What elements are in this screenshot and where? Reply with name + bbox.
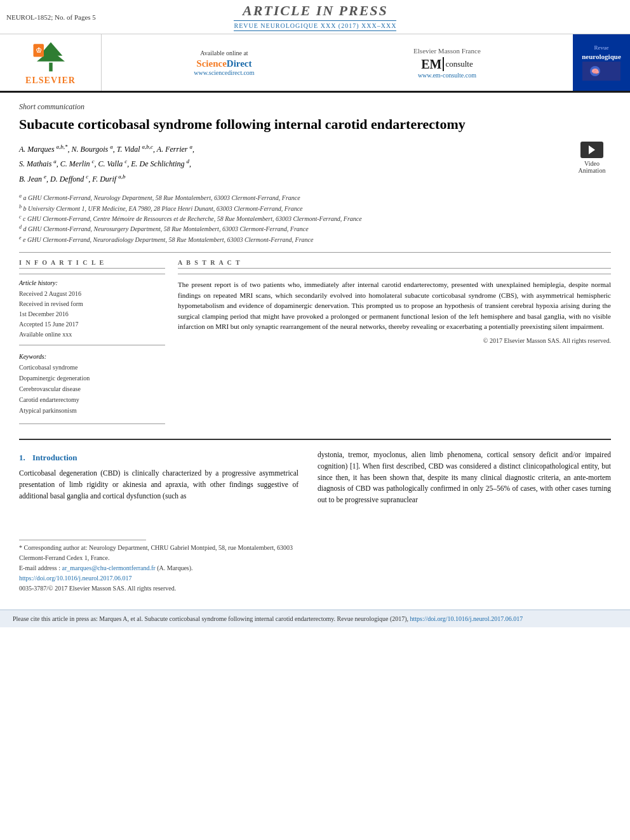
elsevier-tree-icon: ♔ xyxy=(25,39,76,74)
svg-rect-5 xyxy=(582,62,620,81)
svg-text:🧠: 🧠 xyxy=(591,67,600,76)
em-logo-text: EM xyxy=(421,57,441,72)
sciencedirect-logo: ScienceDirect xyxy=(194,58,254,69)
affiliation-c: c c GHU Clermont-Ferrand, Centre Mémoire… xyxy=(19,213,611,223)
email-line: E-mail address : ar_marques@chu-clermont… xyxy=(19,563,298,573)
affiliation-d: d d GHU Clermont-Ferrand, Neurosurgery D… xyxy=(19,223,611,234)
header-logos: ♔ ELSEVIER Available online at ScienceDi… xyxy=(0,34,630,93)
issn-line: 0035-3787/© 2017 Elsevier Masson SAS. Al… xyxy=(19,583,298,594)
history-item-5: Available online xxx xyxy=(19,330,165,340)
abstract-text: The present report is of two patients wh… xyxy=(178,279,611,332)
consulte-text: consulte xyxy=(445,59,473,69)
em-consulte-url: www.em-consulte.com xyxy=(413,72,481,79)
middle-logos: Available online at ScienceDirect www.sc… xyxy=(102,34,573,91)
email-label: E-mail address : xyxy=(19,564,60,571)
video-icon xyxy=(580,142,603,158)
email-name: (A. Marques). xyxy=(157,564,192,571)
elsevier-logo-block: ♔ ELSEVIER xyxy=(0,34,102,91)
body-right-col: dystonia, tremor, myoclonus, alien limb … xyxy=(318,450,611,594)
keyword-3: Cerebrovascular disease xyxy=(19,383,165,394)
copyright-line: © 2017 Elsevier Masson SAS. All rights r… xyxy=(178,337,611,344)
abstract-col: A B S T R A C T The present report is of… xyxy=(178,259,611,429)
elsevier-masson-label: Elsevier Masson France xyxy=(413,47,481,55)
affiliations: a a GHU Clermont-Ferrand, Neurology Depa… xyxy=(19,192,611,244)
body-two-col: 1. Introduction Corticobasal degeneratio… xyxy=(19,450,611,594)
em-logo-wrapper: EM consulte xyxy=(413,57,481,72)
available-text: Available online at xyxy=(194,50,254,57)
info-divider xyxy=(19,274,165,274)
affiliation-e: e e GHU Clermont-Ferrand, Neuroradiology… xyxy=(19,234,611,244)
citation-doi-link[interactable]: https://doi.org/10.1016/j.neurol.2017.06… xyxy=(410,615,523,622)
history-item-4: Accepted 15 June 2017 xyxy=(19,319,165,330)
affiliation-a: a a GHU Clermont-Ferrand, Neurology Depa… xyxy=(19,192,611,203)
article-content: Short communication Subacute corticobasa… xyxy=(0,93,630,436)
bottom-citation-bar: Please cite this article in press as: Ma… xyxy=(0,610,630,627)
history-item-1: Received 2 August 2016 xyxy=(19,289,165,299)
em-consulte-block: Elsevier Masson France EM consulte www.e… xyxy=(413,47,481,79)
top-bar: NEUROL-1852; No. of Pages 5 ARTICLE IN P… xyxy=(0,0,630,34)
svg-text:♔: ♔ xyxy=(35,46,41,54)
doi-line: https://doi.org/10.1016/j.neurol.2017.06… xyxy=(19,573,298,583)
corresponding-author: * Corresponding author at: Neurology Dep… xyxy=(19,543,298,563)
revue-logo-box: Revue neurologique 🧠 xyxy=(573,34,630,91)
revue-title: neurologique xyxy=(582,52,621,61)
sciencedirect-block: Available online at ScienceDirect www.sc… xyxy=(194,50,254,76)
sciencedirect-url: www.sciencedirect.com xyxy=(194,69,254,76)
footnote-divider xyxy=(19,540,146,540)
intro-heading: 1. Introduction xyxy=(19,453,298,463)
history-item-3: 1st December 2016 xyxy=(19,309,165,319)
info-article-col: I N F O A R T I C L E Article history: R… xyxy=(19,259,165,429)
history-item-2: Received in revised form xyxy=(19,299,165,309)
affiliation-b: b b University Clermont 1, UFR Medicine,… xyxy=(19,203,611,213)
keywords-label: Keywords: xyxy=(19,353,165,360)
elsevier-brand: ELSEVIER xyxy=(25,76,76,86)
video-label: Video Animation xyxy=(579,160,606,174)
revue-image-icon: 🧠 xyxy=(582,62,620,81)
abstract-heading: A B S T R A C T xyxy=(178,259,611,269)
keyword-5: Atypical parkinsonism xyxy=(19,405,165,416)
section-divider xyxy=(19,439,611,440)
info-abstract-section: I N F O A R T I C L E Article history: R… xyxy=(19,259,611,429)
body-section: 1. Introduction Corticobasal degeneratio… xyxy=(0,443,630,600)
citation-text: Please cite this article in press as: Ma… xyxy=(13,615,408,622)
footnotes-block: * Corresponding author at: Neurology Dep… xyxy=(19,540,298,594)
article-title: Subacute corticobasal syndrome following… xyxy=(19,116,611,134)
authors-text: A. Marques a,b,*, N. Bourgois a, T. Vida… xyxy=(19,145,194,183)
section-title: Introduction xyxy=(32,453,77,462)
email-link[interactable]: ar_marques@chu-clermontferrand.fr xyxy=(62,564,155,571)
video-animation-block: Video Animation xyxy=(573,142,611,187)
keyword-4: Carotid endarterectomy xyxy=(19,394,165,405)
svg-rect-0 xyxy=(49,63,53,72)
body-left-col: 1. Introduction Corticobasal degeneratio… xyxy=(19,450,298,594)
em-logo-divider xyxy=(443,57,444,71)
divider-1 xyxy=(19,252,611,253)
abstract-divider xyxy=(178,274,611,274)
keyword-2: Dopaminergic degeneration xyxy=(19,373,165,383)
authors-list: A. Marques a,b,*, N. Bourgois a, T. Vida… xyxy=(19,142,560,187)
info-article-heading: I N F O A R T I C L E xyxy=(19,259,165,269)
intro-right-text: dystonia, tremor, myoclonus, alien limb … xyxy=(318,450,611,506)
revue-label: Revue xyxy=(594,44,609,51)
section-number: 1. xyxy=(19,453,25,462)
journal-id: NEUROL-1852; No. of Pages 5 xyxy=(6,13,96,21)
article-type-label: Short communication xyxy=(19,102,611,112)
article-in-press-title: ARTICLE IN PRESS xyxy=(234,3,396,19)
keywords-bottom-divider xyxy=(19,423,165,424)
keyword-1: Corticobasal syndrome xyxy=(19,362,165,373)
journal-subtitle: REVUE NEUROLOGIQUE XXX (2017) XXX–XXX xyxy=(234,20,396,31)
authors-section: A. Marques a,b,*, N. Bourgois a, T. Vida… xyxy=(19,142,611,187)
keywords-divider xyxy=(19,345,165,345)
doi-link[interactable]: https://doi.org/10.1016/j.neurol.2017.06… xyxy=(19,575,132,582)
history-label: Article history: xyxy=(19,279,165,286)
intro-left-text: Corticobasal degeneration (CBD) is clini… xyxy=(19,468,298,502)
